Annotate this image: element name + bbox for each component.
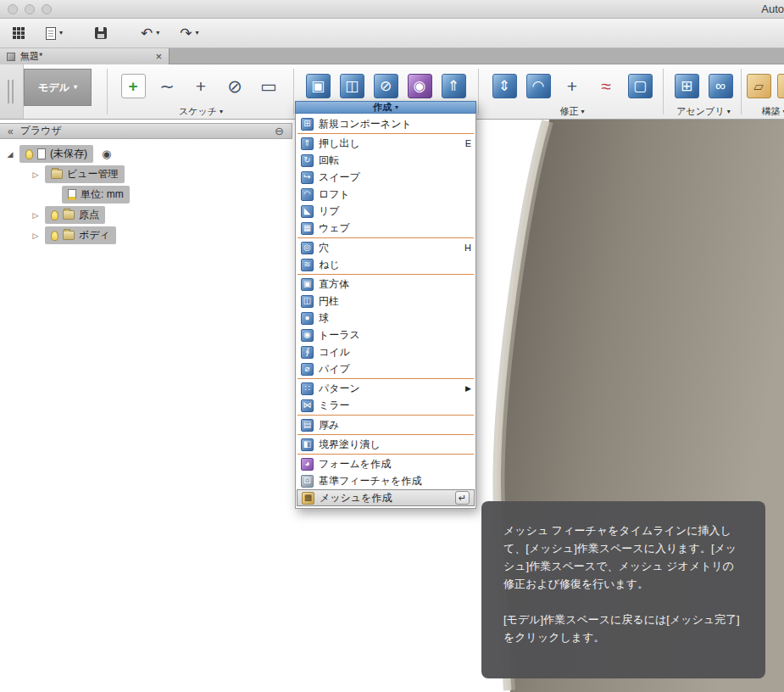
parameters-curve-button[interactable]: ≈: [590, 70, 622, 102]
create-disc-button[interactable]: ⊘: [370, 70, 402, 102]
collapsed-arrow-icon[interactable]: ▷: [31, 232, 41, 240]
tooltip-paragraph: メッシュ フィーチャをタイムラインに挿入して、[メッシュ]作業スペースに入ります…: [503, 522, 743, 593]
minimize-panel-icon[interactable]: ⊖: [275, 125, 284, 137]
folder-icon: [63, 210, 75, 220]
browser-row-origin[interactable]: ▷原点: [0, 206, 292, 224]
menu-item-loft[interactable]: ◠ロフト: [296, 186, 475, 203]
menu-item-create-mesh[interactable]: ▩メッシュを作成↵: [297, 489, 475, 506]
menu-item-boundary-fill[interactable]: ◧境界塗り潰し: [296, 436, 475, 453]
menu-item-rib[interactable]: ◣リブ: [296, 203, 475, 220]
collapse-panel-icon[interactable]: «: [8, 126, 12, 137]
create-extrude-button[interactable]: ⇑: [437, 70, 470, 102]
undo-button[interactable]: ↶ ▾: [138, 24, 162, 43]
menu-item-revolve[interactable]: ↻回転: [296, 152, 475, 169]
boundary-fill-icon: ◧: [301, 438, 314, 451]
toolbar-group-label-construct[interactable]: 構築▾: [744, 104, 784, 119]
menu-item-label: スイープ: [319, 170, 453, 185]
joint-icon: ∞: [709, 74, 733, 98]
fillet-button[interactable]: ◠: [522, 70, 554, 102]
menu-item-hole[interactable]: ◎穴H: [296, 239, 475, 256]
expanded-arrow-icon[interactable]: ◢: [5, 150, 15, 159]
window-close-button[interactable]: [8, 4, 18, 14]
press-pull-button[interactable]: ⇕: [488, 70, 520, 102]
menu-item-create-base-feature[interactable]: ⊡基準フィーチャを作成: [296, 472, 475, 489]
new-component-button[interactable]: ⊞: [670, 70, 703, 102]
create-form-button[interactable]: ◉: [403, 70, 436, 102]
menu-item-pipe[interactable]: ⌀パイプ: [296, 360, 475, 377]
move-button[interactable]: +: [556, 70, 588, 102]
menu-item-sweep[interactable]: ↪スイープ: [296, 169, 475, 186]
thicken-icon: ▤: [301, 419, 314, 432]
new-component-icon: ⊞: [675, 74, 699, 98]
construct-plane-button[interactable]: ▱: [744, 70, 773, 102]
window-minimize-button[interactable]: [25, 4, 35, 14]
menu-item-pattern[interactable]: ∷パターン▶: [296, 380, 475, 397]
collapsed-arrow-icon[interactable]: ▷: [31, 170, 41, 179]
loft-icon: ◠: [301, 188, 314, 201]
menu-item-label: 押し出し: [319, 137, 453, 151]
browser-row-document-root[interactable]: ◢(未保存)◉: [0, 145, 292, 163]
menu-item-thread[interactable]: ≋ねじ: [296, 256, 475, 273]
file-menu-button[interactable]: ▾: [43, 25, 65, 42]
menu-item-label: ねじ: [319, 258, 453, 272]
sketch-point-button[interactable]: +: [185, 70, 217, 102]
workspace-switcher-button[interactable]: モデル ▾: [24, 69, 92, 106]
app-grid-button[interactable]: [10, 25, 28, 42]
menu-separator: [297, 133, 474, 134]
create-menu-header[interactable]: 作成 ▾: [295, 101, 476, 114]
window-title: Auto: [761, 3, 784, 15]
browser-node-chip[interactable]: ボディ: [45, 226, 116, 244]
collapsed-arrow-icon[interactable]: ▷: [31, 211, 41, 220]
menu-item-new-component[interactable]: ⊞新規コンポーネント: [296, 115, 475, 132]
save-button[interactable]: [92, 25, 109, 42]
move-icon: +: [560, 74, 585, 98]
browser-node-chip[interactable]: 単位: mm: [62, 186, 130, 204]
menu-item-box[interactable]: ▣直方体: [296, 276, 475, 293]
toolbar-grip[interactable]: [0, 64, 24, 119]
shell-button[interactable]: ▢: [624, 70, 656, 102]
menu-item-web[interactable]: ▦ウェブ: [296, 220, 475, 237]
menu-item-cylinder[interactable]: ◫円柱: [296, 293, 475, 310]
construct-axis-button[interactable]: ⊥: [775, 70, 784, 102]
create-sketch-button[interactable]: +: [117, 70, 149, 102]
browser-row-bodies[interactable]: ▷ボディ: [0, 226, 292, 244]
menu-item-coil[interactable]: ∮コイル: [296, 343, 475, 360]
toolbar-group-icons: ⊞∞: [666, 64, 741, 104]
window-zoom-button[interactable]: [42, 4, 52, 14]
browser-row-view-management[interactable]: ▷ビュー管理: [0, 165, 292, 183]
create-cylinder-button[interactable]: ◫: [336, 70, 368, 102]
create-base-feature-icon: ⊡: [301, 475, 314, 488]
redo-icon: ↷: [180, 26, 192, 41]
menu-item-create-form[interactable]: ◕フォームを作成: [296, 455, 475, 472]
redo-button[interactable]: ↷ ▾: [177, 24, 201, 43]
joint-button[interactable]: ∞: [704, 70, 737, 102]
create-box-button[interactable]: ▣: [302, 70, 334, 102]
menu-item-torus[interactable]: ◉トーラス: [296, 326, 475, 343]
mesh-enter-icon[interactable]: ↵: [455, 491, 470, 505]
menu-item-label: ロフト: [319, 187, 453, 202]
menu-item-thicken[interactable]: ▤厚み: [296, 416, 475, 433]
browser-node-chip[interactable]: (未保存): [19, 145, 93, 163]
tab-close-icon[interactable]: ×: [155, 51, 162, 62]
menu-item-label: 回転: [319, 153, 453, 168]
tab-untitled[interactable]: 無題* ×: [0, 48, 170, 64]
menu-item-label: パターン: [319, 382, 453, 396]
menu-item-sphere[interactable]: ●球: [296, 310, 475, 326]
browser-header[interactable]: « ブラウザ ⊖: [0, 123, 292, 139]
browser-node-chip[interactable]: ビュー管理: [45, 165, 125, 183]
sketch-circle-button[interactable]: ⊘: [219, 70, 251, 102]
ground-to-parent-icon[interactable]: ◉: [102, 148, 111, 160]
menu-item-mirror[interactable]: ⋈ミラー: [296, 397, 475, 414]
box-icon: ▣: [301, 278, 314, 291]
save-icon: [95, 27, 107, 39]
workspace-label: モデル: [38, 81, 70, 95]
browser-row-units[interactable]: 単位: mm: [0, 186, 292, 204]
sketch-rectangle-button[interactable]: ▭: [253, 70, 285, 102]
menu-item-extrude[interactable]: ⇑押し出しE: [296, 135, 475, 152]
toolbar-group-label-sketch[interactable]: スケッチ▾: [108, 104, 293, 119]
browser-node-chip[interactable]: 原点: [45, 206, 105, 224]
toolbar-group-label-modify[interactable]: 修正▾: [485, 104, 659, 119]
toolbar-group-label-assembly[interactable]: アセンブリ▾: [666, 104, 741, 119]
sketch-spline-button[interactable]: ∼: [151, 70, 183, 102]
caret-icon: ▾: [727, 109, 731, 115]
